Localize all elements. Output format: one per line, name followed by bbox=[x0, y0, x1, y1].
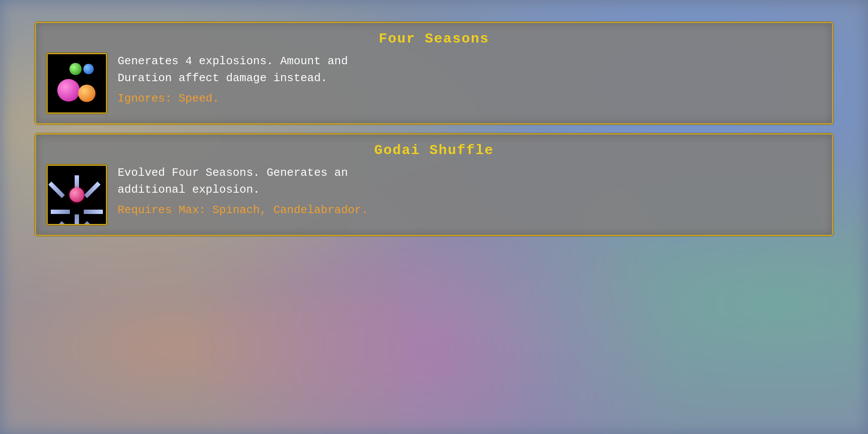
gem-blue bbox=[83, 64, 94, 74]
godai-shuffle-requires: Requires Max: Spinach, Candelabrador. bbox=[118, 202, 822, 219]
four-seasons-body: Generates 4 explosions. Amount andDurati… bbox=[46, 53, 822, 114]
godai-shuffle-text: Evolved Four Seasons. Generates anadditi… bbox=[118, 164, 822, 219]
spike-90 bbox=[84, 210, 103, 214]
star-gem-red bbox=[69, 187, 84, 202]
spike-45 bbox=[84, 181, 100, 198]
godai-shuffle-title: Godai Shuffle bbox=[46, 142, 822, 158]
godai-shuffle-body: Evolved Four Seasons. Generates anadditi… bbox=[46, 164, 822, 225]
godai-star-icon bbox=[53, 171, 101, 219]
four-seasons-icon bbox=[46, 53, 107, 114]
cards-container: Four Seasons Generates 4 explosions. Amo… bbox=[35, 22, 833, 236]
gem-orange bbox=[78, 85, 95, 102]
spike-315 bbox=[48, 181, 65, 198]
spike-180 bbox=[75, 214, 79, 225]
spike-225 bbox=[48, 221, 65, 225]
spike-270 bbox=[51, 210, 70, 214]
godai-shuffle-card: Godai Shuffle bbox=[35, 133, 833, 236]
spike-135 bbox=[84, 221, 100, 225]
gem-green bbox=[69, 63, 82, 75]
godai-shuffle-icon bbox=[46, 164, 107, 225]
gem-pink bbox=[57, 79, 80, 102]
four-seasons-gems bbox=[53, 59, 101, 107]
four-seasons-description: Generates 4 explosions. Amount andDurati… bbox=[118, 53, 822, 87]
four-seasons-ignores: Ignores: Speed. bbox=[118, 90, 822, 107]
four-seasons-card: Four Seasons Generates 4 explosions. Amo… bbox=[35, 22, 833, 125]
godai-shuffle-description: Evolved Four Seasons. Generates anadditi… bbox=[118, 164, 822, 198]
four-seasons-text: Generates 4 explosions. Amount andDurati… bbox=[118, 53, 822, 107]
four-seasons-title: Four Seasons bbox=[46, 31, 822, 47]
spiky-star bbox=[57, 175, 96, 214]
